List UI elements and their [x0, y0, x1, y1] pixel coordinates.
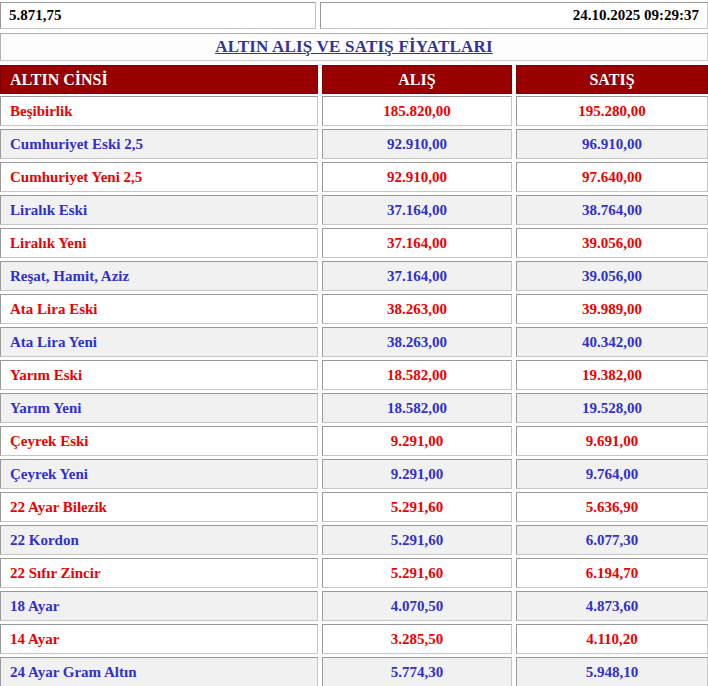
buy-price-cell: 37.164,00 [322, 195, 512, 225]
gold-type-cell: 22 Kordon [0, 525, 318, 555]
gold-type-cell: 22 Sıfır Zincir [0, 558, 318, 588]
table-row: Cumhuriyet Eski 2,5 92.910,00 96.910,00 [0, 129, 708, 159]
sell-price-cell: 4.110,20 [516, 624, 708, 654]
sell-price-cell: 40.342,00 [516, 327, 708, 357]
buy-price-cell: 37.164,00 [322, 228, 512, 258]
sell-price-cell: 96.910,00 [516, 129, 708, 159]
buy-price-cell: 9.291,00 [322, 459, 512, 489]
sell-price-cell: 5.636,90 [516, 492, 708, 522]
sell-price-cell: 195.280,00 [516, 96, 708, 126]
gold-type-cell: Çeyrek Eski [0, 426, 318, 456]
buy-price-cell: 18.582,00 [322, 360, 512, 390]
sell-price-cell: 19.382,00 [516, 360, 708, 390]
gram-gold-price: 5.871,75 [0, 2, 316, 29]
gold-type-cell: Yarım Eski [0, 360, 318, 390]
table-row: Ata Lira Yeni 38.263,00 40.342,00 [0, 327, 708, 357]
table-row: 22 Sıfır Zincir 5.291,60 6.194,70 [0, 558, 708, 588]
sell-price-cell: 6.077,30 [516, 525, 708, 555]
table-row: Yarım Eski 18.582,00 19.382,00 [0, 360, 708, 390]
gold-type-cell: Beşibirlik [0, 96, 318, 126]
table-row: 18 Ayar 4.070,50 4.873,60 [0, 591, 708, 621]
table-row: Liralık Eski 37.164,00 38.764,00 [0, 195, 708, 225]
gold-type-cell: Liralık Yeni [0, 228, 318, 258]
column-header-gold-type: ALTIN CİNSİ [0, 65, 318, 94]
gold-type-cell: Cumhuriyet Yeni 2,5 [0, 162, 318, 192]
gold-type-cell: Liralık Eski [0, 195, 318, 225]
sell-price-cell: 19.528,00 [516, 393, 708, 423]
buy-price-cell: 3.285,50 [322, 624, 512, 654]
gold-type-cell: Ata Lira Eski [0, 294, 318, 324]
table-row: 24 Ayar Gram Altın 5.774,30 5.948,10 [0, 657, 708, 686]
table-row: Liralık Yeni 37.164,00 39.056,00 [0, 228, 708, 258]
buy-price-cell: 5.774,30 [322, 657, 512, 686]
gold-type-cell: Ata Lira Yeni [0, 327, 318, 357]
topbar: 5.871,75 24.10.2025 09:29:37 [0, 2, 708, 29]
sell-price-cell: 97.640,00 [516, 162, 708, 192]
buy-price-cell: 92.910,00 [322, 129, 512, 159]
buy-price-cell: 9.291,00 [322, 426, 512, 456]
gold-prices-page: 5.871,75 24.10.2025 09:29:37 ALTIN ALIŞ … [0, 0, 708, 686]
buy-price-cell: 5.291,60 [322, 558, 512, 588]
table-row: Ata Lira Eski 38.263,00 39.989,00 [0, 294, 708, 324]
gold-type-cell: Cumhuriyet Eski 2,5 [0, 129, 318, 159]
table-body: Beşibirlik 185.820,00 195.280,00 Cumhuri… [0, 96, 708, 686]
gold-type-cell: 14 Ayar [0, 624, 318, 654]
table-row: Reşat, Hamit, Aziz 37.164,00 39.056,00 [0, 261, 708, 291]
buy-price-cell: 4.070,50 [322, 591, 512, 621]
sell-price-cell: 38.764,00 [516, 195, 708, 225]
buy-price-cell: 38.263,00 [322, 327, 512, 357]
buy-price-cell: 5.291,60 [322, 525, 512, 555]
table-row: 22 Kordon 5.291,60 6.077,30 [0, 525, 708, 555]
datetime-stamp: 24.10.2025 09:29:37 [320, 2, 708, 29]
table-row: Çeyrek Eski 9.291,00 9.691,00 [0, 426, 708, 456]
gold-type-cell: 18 Ayar [0, 591, 318, 621]
table-row: 14 Ayar 3.285,50 4.110,20 [0, 624, 708, 654]
gold-type-cell: Reşat, Hamit, Aziz [0, 261, 318, 291]
title-bar: ALTIN ALIŞ VE SATIŞ FİYATLARI [0, 33, 708, 61]
buy-price-cell: 38.263,00 [322, 294, 512, 324]
table-header-row: ALTIN CİNSİ ALIŞ SATIŞ [0, 65, 708, 94]
sell-price-cell: 39.056,00 [516, 261, 708, 291]
sell-price-cell: 39.056,00 [516, 228, 708, 258]
sell-price-cell: 9.691,00 [516, 426, 708, 456]
buy-price-cell: 37.164,00 [322, 261, 512, 291]
buy-price-cell: 18.582,00 [322, 393, 512, 423]
table-row: 22 Ayar Bilezik 5.291,60 5.636,90 [0, 492, 708, 522]
sell-price-cell: 4.873,60 [516, 591, 708, 621]
page-title-link[interactable]: ALTIN ALIŞ VE SATIŞ FİYATLARI [215, 37, 493, 56]
buy-price-cell: 185.820,00 [322, 96, 512, 126]
table-row: Yarım Yeni 18.582,00 19.528,00 [0, 393, 708, 423]
gold-type-cell: 22 Ayar Bilezik [0, 492, 318, 522]
buy-price-cell: 5.291,60 [322, 492, 512, 522]
column-header-sell: SATIŞ [516, 65, 708, 94]
column-header-buy: ALIŞ [322, 65, 512, 94]
table-row: Beşibirlik 185.820,00 195.280,00 [0, 96, 708, 126]
table-row: Cumhuriyet Yeni 2,5 92.910,00 97.640,00 [0, 162, 708, 192]
sell-price-cell: 9.764,00 [516, 459, 708, 489]
sell-price-cell: 39.989,00 [516, 294, 708, 324]
buy-price-cell: 92.910,00 [322, 162, 512, 192]
sell-price-cell: 5.948,10 [516, 657, 708, 686]
gold-type-cell: Çeyrek Yeni [0, 459, 318, 489]
gold-type-cell: Yarım Yeni [0, 393, 318, 423]
table-row: Çeyrek Yeni 9.291,00 9.764,00 [0, 459, 708, 489]
gold-type-cell: 24 Ayar Gram Altın [0, 657, 318, 686]
sell-price-cell: 6.194,70 [516, 558, 708, 588]
